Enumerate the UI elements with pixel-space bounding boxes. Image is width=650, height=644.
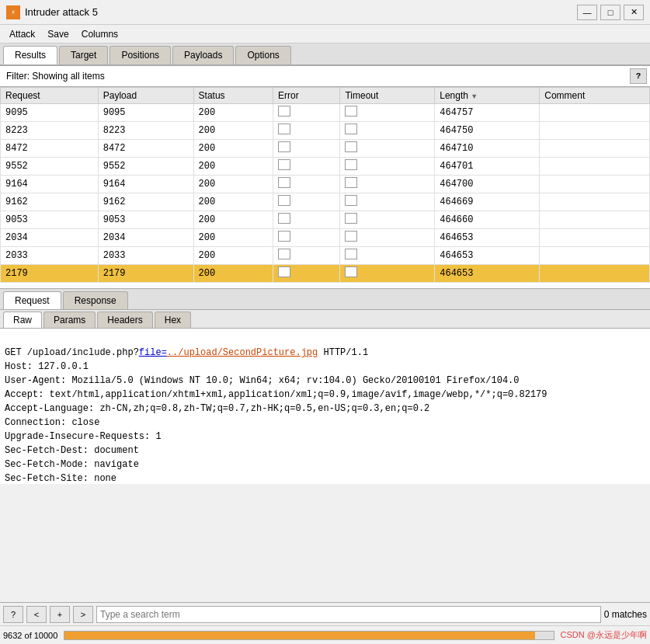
menu-attack[interactable]: Attack (3, 27, 41, 41)
menu-save[interactable]: Save (41, 27, 75, 41)
cell-request: 2034 (1, 229, 99, 247)
cell-status: 200 (193, 193, 273, 211)
timeout-checkbox[interactable] (345, 124, 357, 134)
cell-length: 464653 (435, 265, 540, 283)
table-row[interactable]: 9053 9053 200 464660 (1, 211, 650, 229)
col-request[interactable]: Request (1, 88, 99, 104)
filter-help-button[interactable]: ? (630, 68, 647, 84)
table-row[interactable]: 9162 9162 200 464669 (1, 193, 650, 211)
cell-status: 200 (193, 158, 273, 176)
tab-positions[interactable]: Positions (109, 46, 171, 64)
cell-comment (540, 176, 650, 193)
tab-request[interactable]: Request (3, 291, 61, 309)
close-button[interactable]: ✕ (624, 5, 644, 20)
col-length[interactable]: Length ▼ (435, 88, 540, 104)
cell-error (273, 211, 340, 229)
help-button[interactable]: ? (3, 606, 23, 623)
tab-payloads[interactable]: Payloads (172, 46, 234, 64)
table-row[interactable]: 8472 8472 200 464710 (1, 140, 650, 158)
col-payload[interactable]: Payload (98, 88, 193, 104)
search-input[interactable] (96, 606, 601, 623)
cell-payload: 9164 (98, 176, 193, 193)
timeout-checkbox[interactable] (345, 266, 357, 277)
error-checkbox[interactable] (278, 159, 290, 170)
restore-button[interactable]: □ (600, 5, 620, 20)
error-checkbox[interactable] (278, 195, 290, 206)
request-line6: Connection: close (5, 417, 99, 428)
timeout-checkbox[interactable] (345, 195, 357, 206)
error-checkbox[interactable] (278, 106, 290, 117)
col-error[interactable]: Error (273, 88, 340, 104)
error-checkbox[interactable] (278, 249, 290, 259)
cell-status: 200 (193, 122, 273, 140)
cell-status: 200 (193, 247, 273, 265)
cell-timeout (340, 140, 435, 158)
timeout-checkbox[interactable] (345, 249, 357, 259)
cell-status: 200 (193, 229, 273, 247)
minimize-button[interactable]: — (577, 5, 597, 20)
table-row[interactable]: 2034 2034 200 464653 (1, 229, 650, 247)
cell-request: 9162 (1, 193, 99, 211)
cell-payload: 2034 (98, 229, 193, 247)
cell-timeout (340, 176, 435, 193)
timeout-checkbox[interactable] (345, 159, 357, 170)
cell-length: 464700 (435, 176, 540, 193)
next-button[interactable]: > (73, 606, 93, 623)
cell-error (273, 176, 340, 193)
cell-length: 464757 (435, 104, 540, 122)
table-row[interactable]: 8223 8223 200 464750 (1, 122, 650, 140)
cell-timeout (340, 158, 435, 176)
table-row[interactable]: 2179 2179 200 464653 (1, 265, 650, 283)
add-button[interactable]: + (50, 606, 70, 623)
cell-status: 200 (193, 211, 273, 229)
cell-timeout (340, 104, 435, 122)
error-checkbox[interactable] (278, 124, 290, 134)
request-line5: Accept-Language: zh-CN,zh;q=0.8,zh-TW;q=… (5, 403, 429, 414)
cell-payload: 9162 (98, 193, 193, 211)
inner-tab-raw[interactable]: Raw (3, 312, 42, 328)
tab-response[interactable]: Response (63, 291, 128, 309)
inner-tab-hex[interactable]: Hex (155, 312, 191, 328)
progress-bar (64, 631, 554, 640)
inner-tab-params[interactable]: Params (43, 312, 96, 328)
table-row[interactable]: 9552 9552 200 464701 (1, 158, 650, 176)
cell-error (273, 122, 340, 140)
timeout-checkbox[interactable] (345, 231, 357, 242)
filter-text: Filter: Showing all items (3, 69, 630, 83)
timeout-checkbox[interactable] (345, 141, 357, 152)
main-tab-bar: Results Target Positions Payloads Option… (0, 44, 650, 66)
progress-text: 9632 of 10000 (3, 631, 57, 640)
error-checkbox[interactable] (278, 231, 290, 242)
cell-error (273, 158, 340, 176)
col-timeout[interactable]: Timeout (340, 88, 435, 104)
progress-fill (64, 632, 535, 639)
request-line2: Host: 127.0.0.1 (5, 361, 89, 372)
error-checkbox[interactable] (278, 266, 290, 277)
tab-options[interactable]: Options (235, 46, 290, 64)
col-status[interactable]: Status (193, 88, 273, 104)
results-table: Request Payload Status Error Timeout Len… (0, 87, 650, 283)
timeout-checkbox[interactable] (345, 177, 357, 188)
request-content: GET /upload/include.php?file=../upload/S… (0, 329, 650, 484)
table-row[interactable]: 2033 2033 200 464653 (1, 247, 650, 265)
cell-status: 200 (193, 140, 273, 158)
cell-length: 464653 (435, 229, 540, 247)
error-checkbox[interactable] (278, 213, 290, 224)
inner-tab-headers[interactable]: Headers (97, 312, 152, 328)
table-row[interactable]: 9095 9095 200 464757 (1, 104, 650, 122)
tab-target[interactable]: Target (59, 46, 108, 64)
menu-columns[interactable]: Columns (75, 27, 124, 41)
timeout-checkbox[interactable] (345, 106, 357, 117)
error-checkbox[interactable] (278, 177, 290, 188)
timeout-checkbox[interactable] (345, 213, 357, 224)
tab-results[interactable]: Results (3, 46, 57, 64)
inner-tab-bar: Raw Params Headers Hex (0, 310, 650, 329)
cell-length: 464669 (435, 193, 540, 211)
cell-timeout (340, 229, 435, 247)
prev-button[interactable]: < (26, 606, 47, 623)
cell-payload: 2033 (98, 247, 193, 265)
table-row[interactable]: 9164 9164 200 464700 (1, 176, 650, 193)
cell-length: 464710 (435, 140, 540, 158)
error-checkbox[interactable] (278, 141, 290, 152)
col-comment[interactable]: Comment (540, 88, 650, 104)
